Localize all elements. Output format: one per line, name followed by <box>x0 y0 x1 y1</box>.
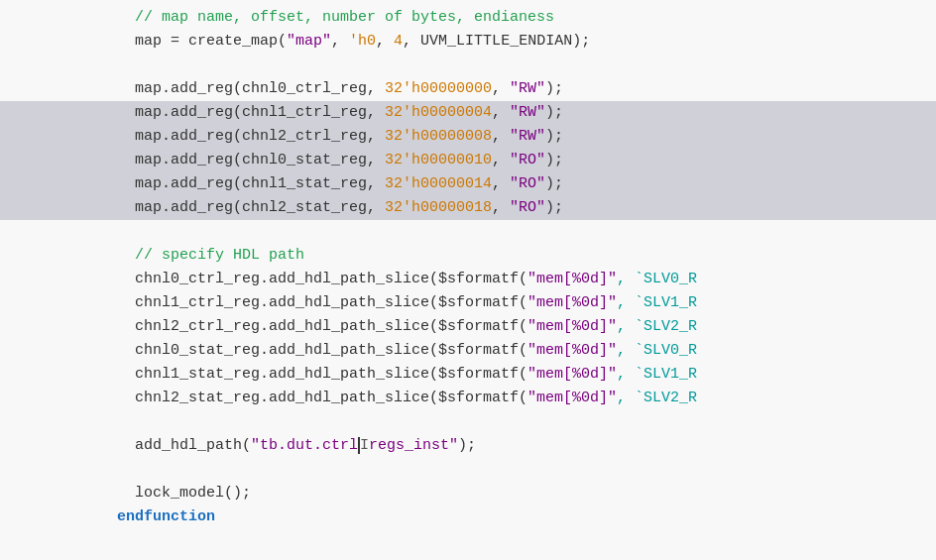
code-line: map.add_reg(chnl1_stat_reg, 32'h00000014… <box>0 172 936 196</box>
code-line: map.add_reg(chnl0_stat_reg, 32'h00000010… <box>0 149 936 172</box>
code-line: map.add_reg(chnl2_ctrl_reg, 32'h00000008… <box>0 125 936 149</box>
code-line: // map name, offset, number of bytes, en… <box>0 6 936 30</box>
code-line <box>0 54 936 77</box>
code-line: endfunction <box>0 505 936 529</box>
code-line: lock_model(); <box>0 482 936 505</box>
code-line: chnl0_ctrl_reg.add_hdl_path_slice($sform… <box>0 268 936 291</box>
code-line: map.add_reg(chnl0_ctrl_reg, 32'h00000000… <box>0 77 936 101</box>
code-line: map.add_reg(chnl1_ctrl_reg, 32'h00000004… <box>0 101 936 125</box>
code-line: chnl2_ctrl_reg.add_hdl_path_slice($sform… <box>0 315 936 339</box>
code-line: add_hdl_path("tb.dut.ctrlIregs_inst"); <box>0 434 936 458</box>
code-line <box>0 458 936 482</box>
code-line <box>0 410 936 434</box>
code-line: chnl1_ctrl_reg.add_hdl_path_slice($sform… <box>0 291 936 315</box>
code-line: map = create_map("map", 'h0, 4, UVM_LITT… <box>0 30 936 54</box>
code-line: chnl1_stat_reg.add_hdl_path_slice($sform… <box>0 363 936 387</box>
code-line: // specify HDL path <box>0 244 936 268</box>
code-line: chnl2_stat_reg.add_hdl_path_slice($sform… <box>0 387 936 410</box>
code-editor: // map name, offset, number of bytes, en… <box>0 0 936 535</box>
code-line <box>0 220 936 244</box>
code-line: chnl0_stat_reg.add_hdl_path_slice($sform… <box>0 339 936 363</box>
code-line: map.add_reg(chnl2_stat_reg, 32'h00000018… <box>0 196 936 220</box>
